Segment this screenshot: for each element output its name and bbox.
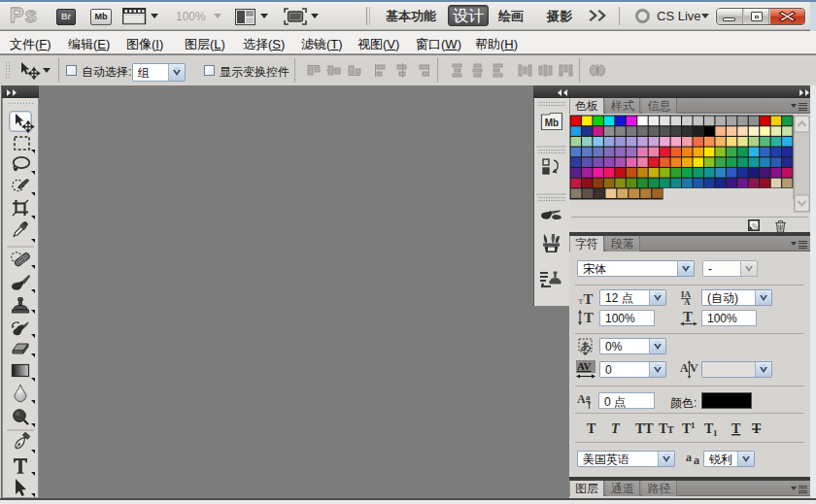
- svg-text:T: T: [611, 421, 621, 436]
- svg-text:a: a: [686, 452, 692, 464]
- svg-text:1: 1: [691, 420, 696, 430]
- svg-text:a: a: [586, 392, 591, 402]
- svg-text:T: T: [683, 309, 693, 324]
- svg-text:T: T: [731, 421, 741, 436]
- svg-text:V: V: [690, 361, 698, 375]
- svg-text:A: A: [577, 392, 586, 406]
- svg-text:Mb: Mb: [545, 118, 559, 128]
- svg-text:TT: TT: [635, 421, 654, 436]
- svg-text:A: A: [680, 361, 689, 375]
- svg-text:T: T: [667, 424, 674, 435]
- svg-text:A: A: [684, 297, 691, 306]
- svg-text:a: a: [694, 454, 699, 466]
- svg-text:1: 1: [713, 428, 718, 437]
- svg-text:AV: AV: [577, 360, 592, 372]
- svg-text:T: T: [584, 310, 594, 325]
- svg-text:T: T: [587, 421, 596, 436]
- svg-text:あ: あ: [581, 340, 592, 352]
- svg-text:T: T: [752, 421, 762, 436]
